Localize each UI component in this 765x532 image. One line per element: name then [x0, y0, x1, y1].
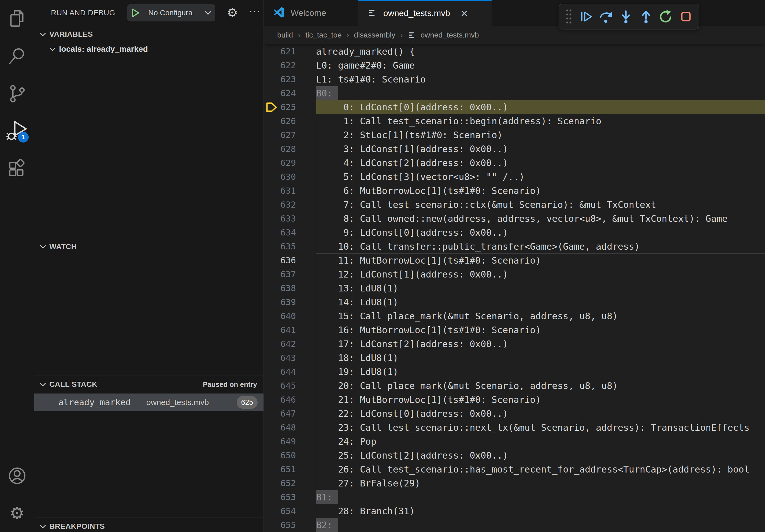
code-line[interactable]: 629 4: LdConst[2](address: 0x00..): [264, 156, 765, 170]
code-line[interactable]: 653B1:: [264, 490, 765, 504]
gutter[interactable]: 650: [264, 448, 316, 462]
code-line[interactable]: 632 7: Call test_scenario::ctx(&mut Scen…: [264, 198, 765, 212]
code-line[interactable]: 652 27: BrFalse(29): [264, 476, 765, 490]
settings-button[interactable]: ⚙: [0, 494, 34, 532]
start-debugging-icon[interactable]: [127, 4, 144, 21]
sidebar-item-search[interactable]: [0, 38, 34, 75]
code-line[interactable]: 622L0: game#2#0: Game: [264, 58, 765, 72]
code-line[interactable]: 637 12: LdConst[1](address: 0x00..): [264, 267, 765, 281]
code-line[interactable]: 648 23: Call test_scenario::next_tx(&mut…: [264, 420, 765, 434]
tab-welcome[interactable]: Welcome: [264, 0, 358, 26]
gutter[interactable]: 622: [264, 58, 316, 72]
breadcrumb-item-disassembly[interactable]: disassembly: [354, 31, 395, 39]
gutter[interactable]: 626: [264, 114, 316, 128]
code-line[interactable]: 631 6: MutBorrowLoc[1](ts#1#0: Scenario): [264, 184, 765, 198]
code-line[interactable]: 639 14: LdU8(1): [264, 295, 765, 309]
gutter[interactable]: 639: [264, 295, 316, 309]
code-line[interactable]: 640 15: Call place_mark(&mut Scenario, a…: [264, 309, 765, 323]
gutter[interactable]: 651: [264, 462, 316, 476]
breadcrumb-item-build[interactable]: build: [277, 31, 293, 39]
gutter[interactable]: 624: [264, 86, 316, 100]
gutter[interactable]: 628: [264, 142, 316, 156]
gutter[interactable]: 629: [264, 156, 316, 170]
stop-button[interactable]: [679, 10, 693, 24]
gutter[interactable]: 621: [264, 45, 316, 58]
code-line[interactable]: 628 3: LdConst[1](address: 0x00..): [264, 142, 765, 156]
variables-locals-row[interactable]: locals: already_marked: [34, 41, 264, 57]
step-into-button[interactable]: [619, 10, 633, 24]
sidebar-item-extensions[interactable]: [0, 150, 34, 187]
debug-config-dropdown[interactable]: No Configura: [127, 4, 215, 21]
gutter[interactable]: 630: [264, 170, 316, 184]
gutter[interactable]: 646: [264, 393, 316, 406]
gutter[interactable]: 638: [264, 281, 316, 295]
restart-button[interactable]: [659, 10, 673, 24]
gutter[interactable]: 642: [264, 337, 316, 351]
gutter[interactable]: 635: [264, 239, 316, 253]
gutter[interactable]: 641: [264, 323, 316, 337]
code-line[interactable]: 642 17: LdConst[2](address: 0x00..): [264, 337, 765, 351]
sidebar-item-source-control[interactable]: [0, 75, 34, 113]
breadcrumb-item-file[interactable]: owned_tests.mvb: [420, 31, 479, 39]
gutter[interactable]: 655: [264, 518, 316, 532]
code-line[interactable]: 630 5: LdConst[3](vector<u8>: "" /..): [264, 170, 765, 184]
code-line[interactable]: 624B0:: [264, 86, 765, 100]
code-line[interactable]: 645 20: Call place_mark(&mut Scenario, a…: [264, 379, 765, 393]
gutter[interactable]: 645: [264, 379, 316, 393]
code-line[interactable]: 654 28: Branch(31): [264, 504, 765, 518]
gutter[interactable]: 654: [264, 504, 316, 518]
gutter[interactable]: 634: [264, 226, 316, 239]
sidebar-item-run-and-debug[interactable]: 1: [0, 113, 34, 150]
watch-section-header[interactable]: WATCH: [34, 238, 264, 254]
gutter[interactable]: 623: [264, 72, 316, 86]
step-out-button[interactable]: [639, 10, 653, 24]
code-line[interactable]: 651 26: Call test_scenario::has_most_rec…: [264, 462, 765, 476]
gutter[interactable]: 636: [264, 253, 316, 267]
variables-section-header[interactable]: VARIABLES: [34, 26, 264, 41]
gutter[interactable]: 631: [264, 184, 316, 198]
account-button[interactable]: [0, 457, 34, 494]
call-stack-section-header[interactable]: CALL STACK Paused on entry: [34, 376, 264, 392]
code-line[interactable]: 633 8: Call owned::new(address, address,…: [264, 212, 765, 226]
code-line[interactable]: 627 2: StLoc[1](ts#1#0: Scenario): [264, 128, 765, 142]
gutter[interactable]: 625: [264, 100, 316, 114]
toolbar-drag-grip[interactable]: [565, 8, 573, 25]
code-line[interactable]: 625 0: LdConst[0](address: 0x00..): [264, 100, 765, 114]
code-line[interactable]: 649 24: Pop: [264, 434, 765, 448]
sidebar-item-explorer[interactable]: [0, 0, 34, 38]
gutter[interactable]: 637: [264, 267, 316, 281]
debug-settings-gear-icon[interactable]: ⚙: [227, 6, 238, 19]
code-line[interactable]: 655B2:: [264, 518, 765, 532]
gutter[interactable]: 643: [264, 351, 316, 365]
gutter[interactable]: 644: [264, 365, 316, 379]
gutter[interactable]: 653: [264, 490, 316, 504]
gutter[interactable]: 627: [264, 128, 316, 142]
gutter[interactable]: 649: [264, 434, 316, 448]
close-icon[interactable]: ×: [461, 8, 468, 19]
code-line[interactable]: 636 11: MutBorrowLoc[1](ts#1#0: Scenario…: [264, 253, 765, 267]
code-line[interactable]: 641 16: MutBorrowLoc[1](ts#1#0: Scenario…: [264, 323, 765, 337]
gutter[interactable]: 633: [264, 212, 316, 226]
code-line[interactable]: 647 22: LdConst[0](address: 0x00..): [264, 406, 765, 420]
gutter[interactable]: 632: [264, 198, 316, 212]
code-line[interactable]: 621already_marked() {: [264, 45, 765, 58]
code-line[interactable]: 626 1: Call test_scenario::begin(address…: [264, 114, 765, 128]
code-area[interactable]: 621already_marked() {622L0: game#2#0: Ga…: [264, 45, 765, 532]
tab-owned-tests[interactable]: owned_tests.mvb ×: [358, 0, 491, 26]
code-line[interactable]: 634 9: LdConst[0](address: 0x00..): [264, 226, 765, 239]
code-line[interactable]: 638 13: LdU8(1): [264, 281, 765, 295]
breakpoints-section-header[interactable]: BREAKPOINTS: [34, 518, 264, 532]
code-line[interactable]: 623L1: ts#1#0: Scenario: [264, 72, 765, 86]
gutter[interactable]: 640: [264, 309, 316, 323]
step-over-button[interactable]: [599, 10, 613, 24]
gutter[interactable]: 648: [264, 420, 316, 434]
continue-button[interactable]: [579, 10, 593, 24]
breadcrumb-item-tic-tac-toe[interactable]: tic_tac_toe: [305, 31, 342, 39]
gutter[interactable]: 652: [264, 476, 316, 490]
gutter[interactable]: 647: [264, 406, 316, 420]
code-line[interactable]: 643 18: LdU8(1): [264, 351, 765, 365]
code-line[interactable]: 644 19: LdU8(1): [264, 365, 765, 379]
call-stack-frame-row[interactable]: already_marked owned_tests.mvb 625: [34, 394, 264, 411]
more-actions-icon[interactable]: ⋯: [249, 4, 261, 19]
code-line[interactable]: 650 25: LdConst[2](address: 0x00..): [264, 448, 765, 462]
